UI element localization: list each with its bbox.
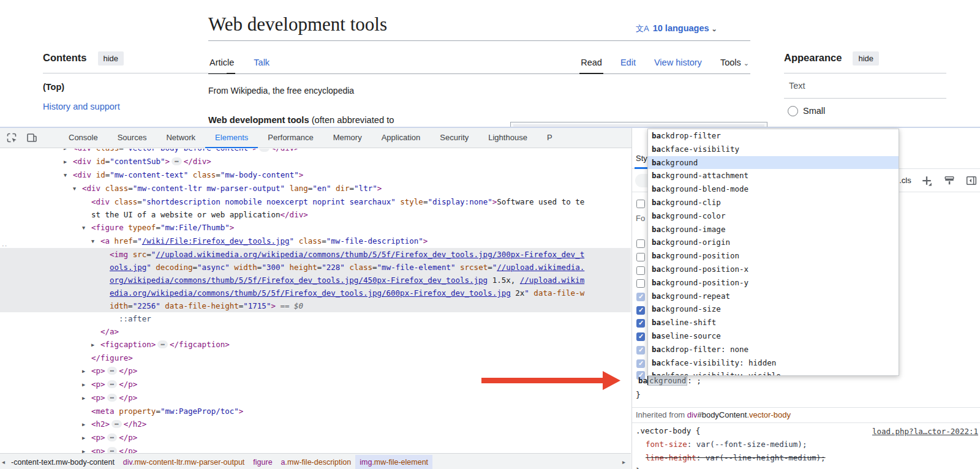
autocomplete-item[interactable]: backface-visibility	[648, 143, 899, 156]
breadcrumb-scroll-right-icon[interactable]: ▸	[620, 459, 627, 465]
elements-tree-row[interactable]: ▶<p>⋯</p>	[0, 391, 631, 405]
tab-edit[interactable]: Edit	[619, 54, 637, 73]
breadcrumb-item[interactable]: -content-text.mw-body-content	[7, 455, 119, 469]
style-property-checkbox[interactable]	[636, 200, 645, 208]
elements-tree-row[interactable]: ▶<figcaption>⋯</figcaption>	[0, 338, 631, 351]
style-property-checkbox[interactable]	[636, 253, 645, 261]
tab-talk[interactable]: Talk	[252, 54, 271, 73]
inherited-class[interactable]: .vector-body	[747, 410, 791, 419]
elements-tree-row[interactable]: ▶<h2>⋯</h2>	[0, 418, 631, 431]
toc-item-top[interactable]: (Top)	[43, 82, 227, 92]
disclosure-arrow-icon[interactable]: ▶	[82, 432, 91, 445]
elements-tree-row[interactable]: ▶<div id="contentSub">⋯</div>	[0, 155, 631, 168]
tab-read[interactable]: Read	[579, 54, 603, 74]
text-size-option-small[interactable]: Small	[788, 106, 946, 116]
disclosure-arrow-icon[interactable]: ▶	[64, 156, 73, 168]
devtools-tab-security[interactable]: Security	[430, 128, 478, 148]
autocomplete-item[interactable]: background-color	[648, 209, 899, 223]
elements-tree-row[interactable]: </figure>	[0, 351, 631, 364]
style-property-checkbox[interactable]	[636, 332, 645, 341]
breadcrumb-item[interactable]: a.mw-file-description	[277, 455, 356, 469]
style-property-checkbox[interactable]	[636, 239, 645, 248]
disclosure-arrow-icon[interactable]: ▼	[73, 182, 82, 195]
devtools-tab-network[interactable]: Network	[156, 128, 205, 148]
elements-tree-row[interactable]: ▶<div class="vector-body-before-content"…	[0, 149, 631, 155]
breadcrumb-scroll-left-icon[interactable]: ◂	[0, 459, 7, 465]
devtools-tab-console[interactable]: Console	[59, 128, 108, 148]
expand-ellipsis-button[interactable]: ⋯	[107, 447, 118, 453]
inspect-element-icon[interactable]	[6, 132, 18, 144]
disclosure-arrow-icon[interactable]: ▼	[91, 235, 100, 248]
elements-tree-row[interactable]: <div class="shortdescription nomobile no…	[0, 195, 631, 221]
devtools-tab-elements[interactable]: Elements	[205, 128, 258, 148]
contents-hide-button[interactable]: hide	[98, 51, 124, 66]
style-property-checkbox[interactable]	[636, 306, 645, 315]
languages-button[interactable]: 文A 10 languages ⌄	[636, 23, 717, 34]
autocomplete-item[interactable]: background-origin	[648, 236, 899, 249]
autocomplete-item[interactable]: background	[648, 156, 899, 170]
tab-view-history[interactable]: View history	[653, 54, 703, 73]
new-style-rule-icon[interactable]	[921, 175, 932, 186]
autocomplete-item[interactable]: baseline-shift	[648, 316, 899, 329]
property-edit-row[interactable]: background: ;	[638, 376, 701, 385]
autocomplete-item[interactable]: background-position-x	[648, 263, 899, 276]
code-segment[interactable]: /wiki/File:Firefox_dev_tools.jpg	[142, 236, 290, 246]
expand-ellipsis-button[interactable]: ⋯	[172, 157, 182, 165]
disclosure-arrow-icon[interactable]: ▶	[64, 149, 73, 155]
style-property-checkbox[interactable]	[636, 293, 645, 301]
expand-ellipsis-button[interactable]: ⋯	[107, 367, 118, 375]
disclosure-arrow-icon[interactable]: ▶	[82, 392, 91, 405]
style-property-checkbox[interactable]	[636, 319, 645, 328]
disclosure-arrow-icon[interactable]: ▶	[91, 339, 100, 351]
elements-tree-row[interactable]: <meta property="mw:PageProp/toc">	[0, 405, 631, 418]
devtools-tab-lighthouse[interactable]: Lighthouse	[478, 128, 537, 148]
disclosure-arrow-icon[interactable]: ▶	[82, 378, 91, 391]
elements-tree-row[interactable]: </a>	[0, 325, 631, 338]
inherited-tag[interactable]: div	[687, 410, 698, 419]
elements-tree-row[interactable]: ▼<figure typeof="mw:File/Thumb">	[0, 221, 631, 234]
tab-tools[interactable]: Tools ⌄	[719, 54, 750, 73]
autocomplete-item[interactable]: backface-visibility: hidden	[648, 356, 899, 370]
autocomplete-item[interactable]: background-position-y	[648, 276, 899, 290]
autocomplete-item[interactable]: background-blend-mode	[648, 182, 899, 196]
elements-tree-row[interactable]: ▶<p>⋯</p>	[0, 378, 631, 391]
breadcrumb-item[interactable]: img.mw-file-element	[355, 455, 432, 469]
autocomplete-item[interactable]: background-image	[648, 223, 899, 236]
style-property-checkbox[interactable]	[636, 346, 645, 355]
autocomplete-item[interactable]: backdrop-filter: none	[648, 343, 899, 356]
devtools-tab-p[interactable]: P	[537, 128, 562, 148]
elements-tree-row[interactable]: ▶<p>⋯</p>	[0, 431, 631, 445]
disclosure-arrow-icon[interactable]: ▼	[64, 169, 73, 182]
device-toolbar-icon[interactable]	[26, 132, 38, 144]
inherited-id[interactable]: #bodyContent	[697, 410, 747, 419]
style-property-checkbox[interactable]	[636, 266, 645, 275]
devtools-tab-sources[interactable]: Sources	[108, 128, 157, 148]
disclosure-arrow-icon[interactable]: ▶	[82, 445, 91, 453]
breadcrumb-item[interactable]: figure	[249, 455, 276, 469]
expand-ellipsis-button[interactable]: ⋯	[107, 433, 118, 441]
elements-tree-row[interactable]: ▼<div class="mw-content-ltr mw-parser-ou…	[0, 182, 631, 195]
elements-tree-row[interactable]: ▼<a href="/wiki/File:Firefox_dev_tools.j…	[0, 234, 631, 248]
devtools-tab-performance[interactable]: Performance	[258, 128, 323, 148]
css-declaration[interactable]: font-size: var(--font-size-medium);	[632, 438, 980, 451]
expand-ellipsis-button[interactable]: ⋯	[157, 340, 168, 348]
rendering-brush-icon[interactable]	[944, 175, 955, 186]
devtools-tab-memory[interactable]: Memory	[323, 128, 372, 148]
stylesheet-link[interactable]: load.php?la…ctor-2022:1	[872, 425, 978, 438]
expand-ellipsis-button[interactable]: ⋯	[111, 420, 122, 428]
style-property-checkbox[interactable]	[636, 279, 645, 288]
radio-icon[interactable]	[788, 106, 798, 116]
style-property-checkbox[interactable]	[636, 359, 645, 368]
autocomplete-item[interactable]: background-position	[648, 249, 899, 263]
breadcrumb-item[interactable]: div.mw-content-ltr.mw-parser-output	[119, 455, 249, 469]
appearance-hide-button[interactable]: hide	[853, 51, 879, 66]
expand-ellipsis-button[interactable]: ⋯	[259, 149, 270, 152]
autocomplete-item[interactable]: background-attachment	[648, 169, 899, 182]
autocomplete-item[interactable]: background-size	[648, 302, 899, 316]
expand-ellipsis-button[interactable]: ⋯	[107, 380, 118, 388]
autocomplete-item[interactable]: baseline-source	[648, 329, 899, 343]
autocomplete-item[interactable]: backface-visibility: visible	[648, 369, 899, 376]
disclosure-arrow-icon[interactable]: ▶	[82, 365, 91, 378]
autocomplete-item[interactable]: background-repeat	[648, 290, 899, 303]
autocomplete-item[interactable]: backdrop-filter	[648, 129, 899, 143]
